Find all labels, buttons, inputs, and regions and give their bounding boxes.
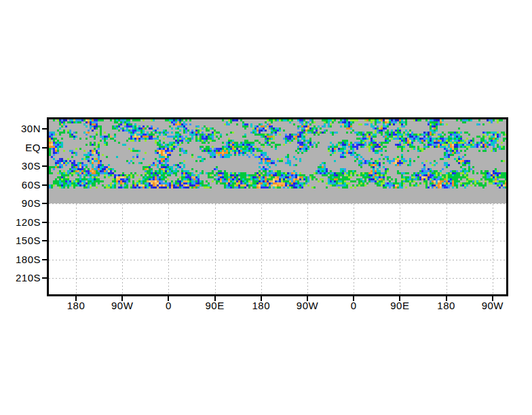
y-tick-mark xyxy=(42,259,47,260)
y-tick-label: 150S xyxy=(1,235,41,246)
horizontal-gridline xyxy=(49,260,506,260)
heatmap-canvas xyxy=(49,119,506,189)
y-tick-label: 30N xyxy=(1,123,41,134)
x-tick-label: 180 xyxy=(53,300,99,311)
x-tick-label: 90W xyxy=(284,300,330,311)
y-tick-mark xyxy=(42,240,47,241)
y-tick-label: 30S xyxy=(1,161,41,172)
horizontal-gridline xyxy=(49,278,506,279)
y-tick-label: 180S xyxy=(1,254,41,265)
y-tick-label: 90S xyxy=(1,198,41,209)
x-tick-label: 180 xyxy=(423,300,470,311)
y-tick-mark xyxy=(42,128,47,130)
y-tick-mark xyxy=(42,184,47,186)
y-tick-label: EQ xyxy=(1,142,41,153)
y-tick-label: 120S xyxy=(1,217,41,228)
horizontal-gridline xyxy=(49,203,506,204)
y-tick-label: 60S xyxy=(1,180,41,191)
horizontal-gridline xyxy=(49,241,506,241)
y-tick-mark xyxy=(42,277,47,279)
x-tick-label: 0 xyxy=(330,300,377,311)
y-tick-label: 210S xyxy=(1,273,41,283)
horizontal-gridline xyxy=(49,222,506,223)
y-tick-mark xyxy=(42,203,47,204)
plot-frame xyxy=(47,117,508,296)
x-tick-label: 90E xyxy=(192,300,238,311)
x-tick-label: 90W xyxy=(470,300,516,311)
x-tick-label: 90E xyxy=(377,300,423,311)
y-tick-mark xyxy=(42,165,47,167)
y-tick-mark xyxy=(42,222,47,223)
plot-root: 30NEQ30S60S90S120S150S180S210S 18090W090… xyxy=(0,0,532,415)
y-tick-mark xyxy=(42,147,47,149)
x-tick-label: 180 xyxy=(238,300,284,311)
x-tick-label: 90W xyxy=(99,300,145,311)
x-tick-label: 0 xyxy=(145,300,191,311)
